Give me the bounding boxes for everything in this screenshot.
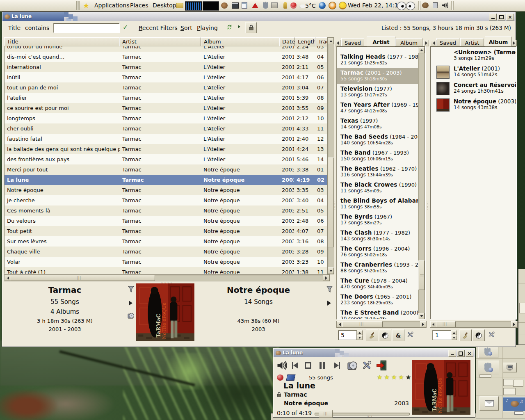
maximize-button[interactable] xyxy=(498,14,505,21)
artist-list-item[interactable]: The Doors (1965 - 2001)233 songs 18h29m0… xyxy=(337,292,419,308)
eyes-applet[interactable] xyxy=(397,2,415,9)
table-row[interactable]: inùtilTarmacL'Atelier20014:1706 xyxy=(5,72,327,82)
filter-search-input[interactable] xyxy=(53,23,120,33)
artist-list-item[interactable]: the Blind Boys of Alabama11 songs 38m55s xyxy=(337,196,419,212)
monkey-icon[interactable] xyxy=(421,1,430,10)
close-button[interactable]: × xyxy=(506,14,514,21)
artist-list-item[interactable]: The Cure (1978 - 2004)470 songs 34h40m05… xyxy=(337,276,419,292)
stop-button[interactable] xyxy=(305,362,311,369)
artist-list-item[interactable]: Talking Heads (1977 - 1986)21 songs 1h25… xyxy=(337,52,419,68)
artist-list-item[interactable]: The Cranberries (1993 - 20088 songs 5h20… xyxy=(337,260,419,276)
column-header-album[interactable]: Album xyxy=(201,37,279,46)
previous-track-button[interactable] xyxy=(291,361,299,370)
table-row[interactable]: des frontières aux paysTarmacL'Atelier20… xyxy=(5,154,327,164)
album-list-hscrollbar[interactable]: ||| xyxy=(430,321,518,328)
folder-icon[interactable] xyxy=(175,1,184,10)
orange-badge-icon[interactable] xyxy=(328,1,337,10)
player-window-titlebar[interactable]: La lune × xyxy=(274,349,475,357)
invert-filter-button[interactable] xyxy=(472,329,485,341)
main-window-titlebar[interactable]: La lune × xyxy=(2,12,515,21)
artist-list-item[interactable]: The Bad Seeds (1984 - 2004140 songs 10h5… xyxy=(337,132,419,148)
tab-scroll-left[interactable] xyxy=(431,40,436,46)
desktop-item[interactable] xyxy=(513,380,523,387)
sort-menu[interactable]: Sort xyxy=(180,25,192,31)
minimize-button[interactable] xyxy=(489,14,497,21)
play-filter-icon[interactable] xyxy=(238,25,240,28)
volume-speaker-icon[interactable] xyxy=(277,361,287,370)
gnome-foot-icon[interactable] xyxy=(261,1,270,10)
artist-jukebox-icon[interactable] xyxy=(127,312,134,319)
artist-list-item[interactable]: The Corrs (1996 - 2004)76 songs 5h02m18s xyxy=(337,244,419,260)
panel-drag-handle[interactable] xyxy=(76,1,80,10)
tab-artist[interactable]: Artist xyxy=(367,37,395,46)
table-row[interactable]: internationalTarmacL'Atelier20012:1105 xyxy=(5,62,327,72)
rating-star-icon[interactable]: ★ xyxy=(384,374,389,381)
column-header-date[interactable]: Date xyxy=(279,37,295,46)
red-hat-icon[interactable] xyxy=(251,1,260,10)
column-header-track[interactable]: Track xyxy=(315,37,328,46)
artist-list-item[interactable]: Television (1977)13 songs 1h17m27s xyxy=(337,84,419,100)
table-row[interactable]: tordu tour du mondeTarmacL'Atelier20012:… xyxy=(5,46,327,52)
monitor-launcher[interactable] xyxy=(503,363,517,372)
quit-icon[interactable] xyxy=(376,360,387,371)
keys-icon[interactable] xyxy=(270,1,279,10)
clock-applet[interactable]: Wed Feb 22, 14:15 xyxy=(348,2,402,9)
clear-filter-button[interactable] xyxy=(366,329,378,341)
album-list-item[interactable]: L'Atelier (2001)14 songs 51m42s xyxy=(431,64,516,81)
lock-button[interactable] xyxy=(245,22,257,33)
current-track-title[interactable]: La lune xyxy=(283,381,315,390)
tab-artist[interactable]: Artist xyxy=(460,38,484,46)
desktop-item[interactable] xyxy=(503,388,516,395)
window-resize-grip[interactable]: ,,,, xyxy=(367,413,372,417)
table-row[interactable]: Je chercheTarmacNotre époque20033:4004 xyxy=(5,195,327,205)
pane-tools-icon[interactable] xyxy=(406,331,414,338)
artist-list-item[interactable]: The Black Crowes (1990)11 songs 45m09s xyxy=(337,180,419,196)
playing-menu[interactable]: Playing xyxy=(197,25,218,31)
panel-drag-handle[interactable] xyxy=(451,1,454,10)
table-row[interactable]: La luneTarmacNotre époque20034:1902 xyxy=(5,175,327,185)
album-play-icon[interactable] xyxy=(327,301,331,306)
documents-icon[interactable] xyxy=(240,1,249,10)
music-app-desktop-icon[interactable]: ♪ ♫ xyxy=(503,397,525,411)
panel-drag-handle[interactable] xyxy=(418,1,420,10)
tab-album[interactable]: Album xyxy=(395,38,422,46)
table-hscrollbar-thumb[interactable]: ||| xyxy=(11,275,155,281)
album-depth-spinner[interactable]: 1 xyxy=(432,330,457,340)
rating-star-icon[interactable]: ★ xyxy=(391,374,397,381)
artist-list-item[interactable]: The Clash (1977 - 1982)143 songs 8h30m14… xyxy=(337,228,419,244)
table-row[interactable]: Ces moments-làTarmacNotre époque20032:51… xyxy=(5,205,327,216)
table-row[interactable]: l'atelierTarmacL'Atelier20015:3908 xyxy=(5,93,327,103)
mail-launcher[interactable] xyxy=(479,396,499,411)
maximize-button[interactable] xyxy=(457,350,465,357)
table-row[interactable]: Notre époqueTarmacNotre époque20033:3503 xyxy=(5,185,327,195)
artist-hscrollbar-thumb[interactable]: ||| xyxy=(342,321,383,327)
column-header-artist[interactable]: Artist xyxy=(119,37,201,46)
artist-list-item[interactable]: Texas (1997)14 songs 47m08s xyxy=(337,116,419,132)
album-list-item[interactable]: Concert au Réservoir24 songs 1h30m41s xyxy=(431,81,516,97)
plug-icon[interactable] xyxy=(431,1,440,10)
weather-temperature[interactable]: 5°C xyxy=(305,2,316,9)
recent-filters-menu[interactable]: Recent Filters xyxy=(139,25,178,31)
current-track-artist[interactable]: Tarmac xyxy=(284,391,307,398)
red-ball-icon[interactable] xyxy=(289,1,298,10)
artist-list-hscrollbar[interactable]: ||| xyxy=(336,321,427,328)
rating-star-icon[interactable]: ★ xyxy=(398,374,404,381)
tab-saved[interactable]: Saved xyxy=(341,38,364,46)
settings-tools-icon[interactable] xyxy=(361,360,372,371)
tab-scroll-right[interactable] xyxy=(511,40,517,46)
artist-list-item[interactable]: Ten Years After (1969 - 19747 songs 4h12… xyxy=(337,100,419,116)
close-button[interactable]: × xyxy=(466,350,473,357)
artist-list-vscrollbar[interactable]: ||| xyxy=(418,47,425,320)
album-filter-funnel-icon[interactable] xyxy=(326,286,333,292)
album-hscrollbar-thumb[interactable]: ||| xyxy=(436,321,456,327)
artist-list-item[interactable]: The Beatles (1962 - 1970)316 songs 13h44… xyxy=(337,164,419,180)
artist-play-icon[interactable] xyxy=(129,301,132,306)
table-row[interactable]: Merci pour toutTarmacNotre époque20033:3… xyxy=(5,164,327,175)
table-row[interactable]: Tout à côté (1)TarmacNotre époque20031:3… xyxy=(5,267,327,274)
table-row[interactable]: ce sourire est pour moiTarmacL'Atelier20… xyxy=(5,103,327,113)
table-row[interactable]: tout un pan de moiTarmacL'Atelier20013:0… xyxy=(5,82,327,93)
table-row[interactable]: cher oubliTarmacL'Atelier20014:3311 xyxy=(5,123,327,134)
gnome-foot-launcher[interactable] xyxy=(478,346,498,358)
tab-scroll-right[interactable] xyxy=(423,40,429,46)
column-header-length[interactable]: Length xyxy=(295,37,315,46)
